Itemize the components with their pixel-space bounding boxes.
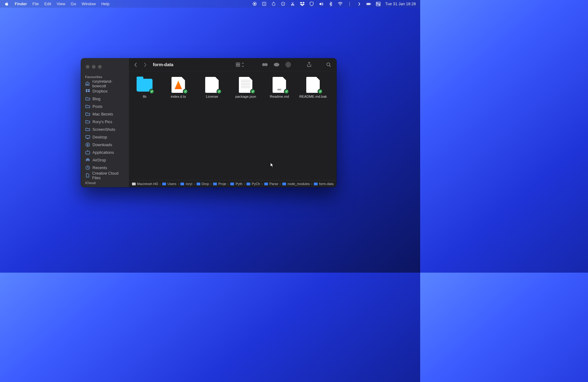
sidebar-item-label: roryireland-bowcott: [92, 79, 125, 88]
sidebar-item-label: Applications: [92, 150, 114, 155]
menubar-datetime[interactable]: Tue 31 Jan 18:28: [385, 2, 416, 6]
breadcrumb-roryi[interactable]: roryi: [180, 182, 192, 186]
pomodoro-icon[interactable]: [271, 2, 276, 6]
folder-icon: [85, 112, 90, 117]
airdrop-toolbar-icon[interactable]: [284, 61, 292, 68]
menu-window[interactable]: Window: [81, 2, 96, 6]
apple-icon[interactable]: [4, 2, 9, 6]
breadcrumb-pych[interactable]: PyCh: [247, 182, 260, 186]
dropbox-icon: [85, 89, 90, 94]
sidebar-item-mac-bezels[interactable]: Mac Bezels: [81, 110, 129, 118]
breadcrumb-users[interactable]: Users: [162, 182, 176, 186]
file-readme-md[interactable]: Readme.md: [266, 77, 293, 98]
breadcrumb-label: node_modules: [288, 182, 310, 186]
folder-icon: [180, 183, 184, 185]
sidebar-section-icloud: iCloud: [81, 179, 129, 186]
settings-icon[interactable]: [261, 61, 269, 68]
breadcrumb-label: Pyth: [236, 182, 242, 186]
toolbar: form-data: [129, 58, 337, 71]
file-icon: [204, 77, 220, 93]
sidebar-item-creative-cloud-files[interactable]: Creative Cloud Files: [81, 172, 129, 179]
breadcrumb-form-data[interactable]: form-data: [314, 182, 334, 186]
svg-rect-12: [367, 3, 370, 4]
app-name[interactable]: Finder: [15, 2, 27, 6]
sidebar-item-dropbox[interactable]: Dropbox: [81, 87, 129, 95]
close-button[interactable]: [86, 65, 89, 69]
folder-icon: [85, 127, 90, 132]
breadcrumb-pyth[interactable]: Pyth: [230, 182, 242, 186]
zoom-button[interactable]: [98, 65, 102, 69]
folder-icon: [264, 183, 268, 185]
breadcrumb-label: roryi: [186, 182, 192, 186]
breadcrumb-node-modules[interactable]: node_modules: [282, 182, 310, 186]
menu-edit[interactable]: Edit: [44, 2, 51, 6]
sidebar-item-applications[interactable]: Applications: [81, 149, 129, 156]
back-button[interactable]: [133, 62, 139, 68]
sync-badge-icon: [284, 89, 289, 94]
desktop-icon: [85, 135, 90, 140]
file-icon: [271, 77, 287, 93]
sidebar-item-roryireland-bowcott[interactable]: roryireland-bowcott: [81, 80, 129, 87]
volume-icon[interactable]: [319, 2, 324, 6]
bluetooth-icon[interactable]: [328, 2, 333, 6]
drive-icon: [132, 183, 136, 185]
record-icon[interactable]: [252, 2, 257, 6]
sidebar-item-airdrop[interactable]: AirDrop: [81, 156, 129, 164]
chevron-right-icon[interactable]: [357, 2, 362, 6]
svg-rect-9: [349, 2, 350, 6]
menu-help[interactable]: Help: [101, 2, 110, 6]
file-license[interactable]: License: [198, 77, 226, 98]
breadcrumb-separator-icon: ›: [228, 182, 229, 186]
scissors-icon[interactable]: [290, 2, 295, 6]
svg-point-15: [377, 2, 378, 3]
control-center-icon[interactable]: [376, 2, 381, 6]
sidebar-item-label: AirDrop: [92, 158, 106, 162]
sidebar-item-recents[interactable]: Recents: [81, 164, 129, 172]
sidebar-item-downloads[interactable]: Downloads: [81, 141, 129, 149]
folder-icon: [230, 183, 234, 185]
file-label: index.d.ts: [171, 95, 186, 98]
battery-icon[interactable]: [366, 2, 371, 6]
sidebar-item-desktop[interactable]: Desktop: [81, 133, 129, 141]
sidebar-item-label: Recents: [92, 165, 107, 170]
breadcrumb-parse[interactable]: Parse: [264, 182, 278, 186]
breadcrumb-separator-icon: ›: [194, 182, 195, 186]
svg-rect-24: [236, 65, 238, 66]
tag-icon[interactable]: [272, 61, 281, 68]
breadcrumb-macintosh-hd[interactable]: Macintosh HD: [132, 182, 158, 186]
sidebar-item-rory-s-pics[interactable]: Rory's Pics: [81, 118, 129, 126]
file-lib[interactable]: lib: [131, 77, 158, 98]
file-readme-md-bak[interactable]: README.md.bak: [299, 77, 327, 98]
file-index-d-ts[interactable]: index.d.ts: [164, 77, 192, 98]
breadcrumb-separator-icon: ›: [262, 182, 263, 186]
breadcrumb-proje[interactable]: Proje: [213, 182, 226, 186]
folder-icon: [85, 119, 90, 124]
sidebar-item-blog[interactable]: Blog: [81, 95, 129, 103]
search-button[interactable]: [324, 61, 333, 68]
file-package-json[interactable]: package.json: [232, 77, 259, 98]
svg-point-1: [254, 3, 255, 4]
menu-file[interactable]: File: [32, 2, 39, 6]
sync-badge-icon: [250, 89, 255, 94]
dropbox-icon[interactable]: [300, 2, 305, 6]
play-circle-icon[interactable]: [281, 2, 286, 6]
sidebar-item-screenshots[interactable]: ScreenShots: [81, 126, 129, 133]
cloudfile-icon: [85, 173, 90, 178]
forward-button[interactable]: [142, 62, 148, 68]
svg-point-28: [274, 63, 279, 66]
wifi-icon[interactable]: [338, 2, 343, 6]
sidebar: Favourites roryireland-bowcottDropboxBlo…: [81, 58, 129, 187]
view-switcher-button[interactable]: [236, 61, 244, 68]
sidebar-item-label: Creative Cloud Files: [92, 171, 125, 180]
menu-go[interactable]: Go: [71, 2, 76, 6]
share-button[interactable]: [305, 61, 313, 68]
menu-view[interactable]: View: [57, 2, 65, 6]
menubar: Finder File Edit View Go Window Help S T…: [0, 0, 420, 8]
breadcrumb-drop[interactable]: Drop: [197, 182, 209, 186]
cursor-icon: [270, 162, 274, 168]
minimize-button[interactable]: [92, 65, 96, 69]
file-grid[interactable]: libindex.d.tsLicensepackage.jsonReadme.m…: [129, 71, 337, 180]
shield-icon[interactable]: [309, 2, 314, 6]
sidebar-item-posts[interactable]: Posts: [81, 103, 129, 110]
skype-icon[interactable]: S: [262, 2, 267, 6]
